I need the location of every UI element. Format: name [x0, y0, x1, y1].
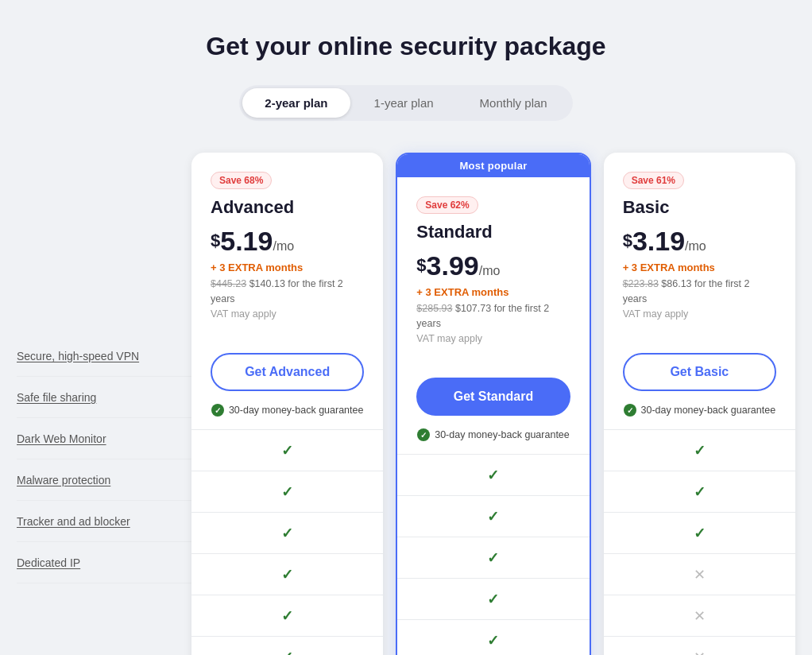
currency-advanced: $: [211, 231, 220, 251]
plan-header-standard: Save 62% Standard $3.99/mo + 3 EXTRA mon…: [397, 177, 589, 363]
check-basic-malware: ✕: [604, 554, 795, 595]
save-badge-basic: Save 61%: [623, 172, 684, 189]
save-badge-advanced: Save 68%: [211, 172, 272, 189]
popular-badge: Most popular: [397, 154, 589, 177]
check-basic-dedicatedip: ✕: [604, 637, 795, 655]
original-price-advanced: $445.23: [211, 278, 246, 289]
check-standard-malware: ✓: [397, 579, 589, 620]
check-standard-tracker: ✓: [397, 620, 589, 655]
features-table-basic: ✓ ✓ ✓ ✕ ✕ ✕: [604, 429, 795, 655]
plans-grid: Save 68% Advanced $5.19/mo + 3 EXTRA mon…: [191, 153, 795, 655]
currency-basic: $: [623, 231, 632, 251]
plan-name-advanced: Advanced: [211, 197, 364, 218]
get-standard-button[interactable]: Get Standard: [416, 378, 570, 416]
extra-months-basic: + 3 EXTRA months: [623, 262, 776, 273]
money-back-label-basic: 30-day money-back guarantee: [641, 405, 776, 416]
plan-header-advanced: Save 68% Advanced $5.19/mo + 3 EXTRA mon…: [191, 153, 383, 339]
check-advanced-darkweb: ✓: [191, 513, 383, 554]
pricing-container: Secure, high-speed VPN Safe file sharing…: [17, 153, 795, 655]
feature-link-malware[interactable]: Malware protection: [17, 474, 110, 486]
money-back-basic: 30-day money-back guarantee: [604, 399, 795, 429]
feature-link-darkweb[interactable]: Dark Web Monitor: [17, 432, 106, 445]
money-back-standard: 30-day money-back guarantee: [397, 424, 589, 454]
cta-container-basic: Get Basic: [623, 353, 776, 391]
plan-price-basic: $3.19/mo: [623, 226, 776, 257]
features-table-standard: ✓ ✓ ✓ ✓ ✓ ✕: [397, 454, 589, 655]
features-column: Secure, high-speed VPN Safe file sharing…: [17, 153, 191, 583]
extra-months-advanced: + 3 EXTRA months: [211, 262, 364, 273]
toggle-2year[interactable]: 2-year plan: [242, 88, 350, 118]
extra-months-standard: + 3 EXTRA months: [416, 286, 570, 298]
vat-advanced: VAT may apply: [211, 307, 364, 322]
plan-price-standard: $3.99/mo: [416, 250, 570, 281]
money-back-advanced: 30-day money-back guarantee: [191, 399, 383, 429]
feature-link-tracker[interactable]: Tracker and ad blocker: [17, 515, 130, 528]
plan-price-advanced: $5.19/mo: [211, 226, 364, 257]
feature-link-dedicatedip[interactable]: Dedicated IP: [17, 556, 80, 569]
original-price-standard: $285.93: [416, 303, 452, 314]
per-mo-advanced: /mo: [273, 239, 294, 253]
vat-standard: VAT may apply: [416, 331, 570, 347]
check-advanced-malware: ✓: [191, 554, 383, 595]
plan-card-basic: Save 61% Basic $3.19/mo + 3 EXTRA months…: [604, 153, 795, 655]
check-advanced-sharing: ✓: [191, 471, 383, 513]
price-value-basic: 3.19: [632, 226, 685, 256]
cta-container-standard: Get Standard: [416, 378, 570, 416]
money-back-label-standard: 30-day money-back guarantee: [435, 429, 570, 440]
billing-advanced: $445.23 $140.13 for the first 2 years VA…: [211, 277, 364, 321]
price-value-standard: 3.99: [427, 250, 479, 281]
per-mo-standard: /mo: [479, 264, 501, 277]
cta-container-advanced: Get Advanced: [211, 353, 364, 391]
get-basic-button[interactable]: Get Basic: [623, 353, 776, 391]
get-advanced-button[interactable]: Get Advanced: [211, 353, 364, 391]
feature-row-darkweb: Dark Web Monitor: [17, 418, 191, 459]
check-advanced-vpn: ✓: [191, 430, 383, 471]
check-basic-darkweb: ✓: [604, 513, 795, 554]
check-standard-darkweb: ✓: [397, 537, 589, 579]
plan-card-advanced: Save 68% Advanced $5.19/mo + 3 EXTRA mon…: [191, 153, 383, 655]
check-standard-vpn: ✓: [397, 455, 589, 496]
save-badge-standard: Save 62%: [416, 196, 478, 214]
features-table-advanced: ✓ ✓ ✓ ✓ ✓ ✓: [191, 429, 383, 655]
plan-name-basic: Basic: [623, 197, 776, 218]
toggle-1year[interactable]: 1-year plan: [352, 88, 456, 118]
feature-row-tracker: Tracker and ad blocker: [17, 501, 191, 542]
per-mo-basic: /mo: [685, 239, 706, 253]
check-basic-vpn: ✓: [604, 430, 795, 471]
page-title: Get your online security package: [206, 32, 605, 61]
feature-row-vpn: Secure, high-speed VPN: [17, 335, 191, 377]
shield-icon-standard: [417, 428, 430, 441]
currency-standard: $: [416, 255, 426, 276]
plan-name-standard: Standard: [416, 222, 570, 242]
plan-card-standard: Most popular Save 62% Standard $3.99/mo …: [396, 153, 590, 655]
price-value-advanced: 5.19: [220, 226, 273, 256]
feature-link-sharing[interactable]: Safe file sharing: [17, 391, 96, 404]
shield-icon-basic: [624, 404, 636, 417]
check-basic-tracker: ✕: [604, 595, 795, 637]
billing-standard: $285.93 $107.73 for the first 2 years VA…: [416, 301, 570, 346]
toggle-monthly[interactable]: Monthly plan: [458, 88, 570, 118]
plan-toggle: 2-year plan 1-year plan Monthly plan: [239, 85, 572, 121]
feature-row-malware: Malware protection: [17, 459, 191, 501]
shield-icon-advanced: [211, 404, 224, 417]
money-back-label-advanced: 30-day money-back guarantee: [229, 405, 364, 416]
vat-basic: VAT may apply: [623, 307, 776, 322]
plan-header-basic: Save 61% Basic $3.19/mo + 3 EXTRA months…: [604, 153, 795, 339]
feature-row-dedicatedip: Dedicated IP: [17, 542, 191, 583]
feature-row-sharing: Safe file sharing: [17, 377, 191, 418]
feature-link-vpn[interactable]: Secure, high-speed VPN: [17, 350, 139, 362]
billing-basic: $223.83 $86.13 for the first 2 years VAT…: [623, 277, 776, 321]
check-advanced-tracker: ✓: [191, 595, 383, 637]
check-advanced-dedicatedip: ✓: [191, 637, 383, 655]
original-price-basic: $223.83: [623, 278, 659, 289]
check-standard-sharing: ✓: [397, 496, 589, 537]
check-basic-sharing: ✓: [604, 471, 795, 513]
